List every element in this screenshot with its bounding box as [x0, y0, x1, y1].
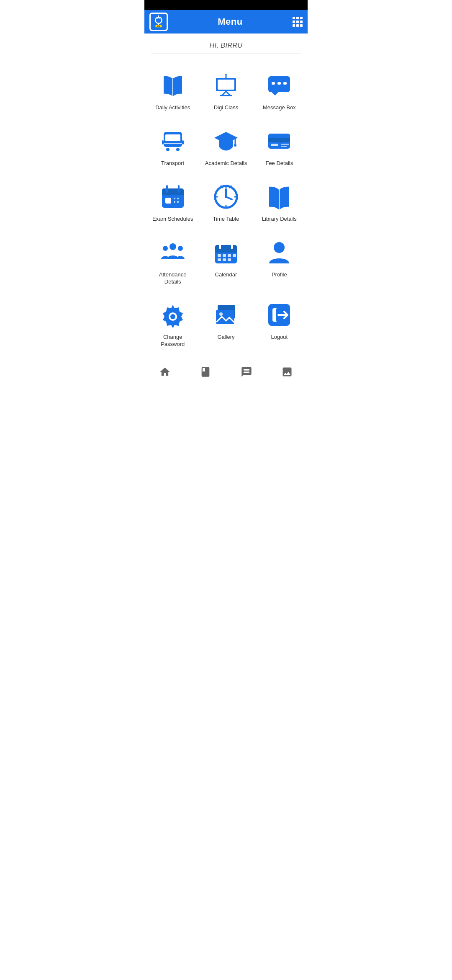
menu-label-change-password: Change Password: [151, 334, 194, 348]
menu-label-daily-activities: Daily Activities: [155, 104, 190, 111]
svg-rect-66: [233, 254, 236, 257]
graduation-icon: [211, 126, 241, 156]
gear-icon: [158, 300, 187, 330]
svg-rect-41: [177, 198, 179, 199]
clock-icon: [211, 182, 241, 211]
svg-rect-36: [162, 192, 184, 195]
greeting-divider: [151, 54, 301, 54]
bottom-book-icon: [200, 366, 211, 378]
svg-rect-43: [177, 201, 179, 203]
menu-label-library-details: Library Details: [262, 216, 297, 223]
menu-label-academic-details: Academic Details: [205, 160, 247, 167]
svg-rect-65: [228, 254, 231, 257]
svg-point-28: [234, 144, 236, 147]
svg-point-47: [225, 196, 227, 198]
menu-label-logout: Logout: [271, 334, 288, 341]
person-icon: [265, 238, 294, 267]
svg-marker-13: [224, 74, 228, 75]
menu-item-time-table[interactable]: Time Table: [201, 175, 251, 228]
message-icon: [265, 71, 294, 100]
logout-icon: [265, 300, 294, 330]
greeting-section: HI, BIRRU: [144, 34, 308, 57]
svg-rect-20: [165, 134, 180, 141]
svg-marker-18: [272, 92, 278, 95]
library-icon: [265, 182, 294, 211]
svg-rect-68: [223, 258, 226, 261]
svg-rect-16: [277, 82, 281, 85]
svg-rect-17: [283, 82, 287, 85]
bottom-image-icon: [281, 366, 293, 378]
svg-point-75: [219, 312, 223, 316]
svg-point-55: [170, 243, 176, 250]
menu-item-message-box[interactable]: Message Box: [254, 64, 304, 116]
menu-item-logout[interactable]: Logout: [254, 294, 304, 353]
svg-rect-67: [218, 258, 221, 261]
menu-item-profile[interactable]: Profile: [254, 231, 304, 291]
menu-label-time-table: Time Table: [213, 216, 239, 223]
menu-label-message-box: Message Box: [263, 104, 296, 111]
images-icon: [211, 300, 241, 330]
menu-label-transport: Transport: [161, 160, 184, 167]
calendar-event-icon: [158, 182, 187, 211]
home-icon: [159, 366, 171, 378]
svg-rect-42: [174, 201, 175, 203]
svg-rect-23: [162, 140, 164, 144]
grid-menu-icon[interactable]: [293, 17, 303, 27]
menu-item-library-details[interactable]: Library Details: [254, 175, 304, 228]
bottom-nav-gallery[interactable]: [267, 360, 308, 383]
bottom-navigation: [144, 360, 308, 383]
menu-item-exam-schedules[interactable]: Exam Schedules: [148, 175, 198, 228]
menu-item-change-password[interactable]: Change Password: [148, 294, 198, 353]
greeting-text: HI, BIRRU: [144, 42, 308, 49]
menu-item-digi-class[interactable]: Digi Class: [201, 64, 251, 116]
svg-rect-63: [218, 254, 221, 257]
app-header: CP Menu: [144, 10, 308, 34]
header-title: Menu: [218, 16, 242, 27]
svg-rect-30: [268, 138, 290, 142]
group-icon: [158, 238, 187, 267]
svg-point-22: [176, 147, 180, 152]
menu-label-profile: Profile: [272, 271, 287, 279]
svg-rect-69: [228, 258, 231, 261]
svg-rect-33: [281, 146, 287, 147]
card-icon: [265, 126, 294, 156]
menu-item-attendance-details[interactable]: Attendance Details: [148, 231, 198, 291]
svg-rect-64: [223, 254, 226, 257]
svg-text:CP: CP: [157, 26, 160, 28]
svg-rect-39: [165, 198, 171, 204]
book-icon: [158, 71, 187, 100]
svg-rect-31: [271, 144, 278, 146]
bottom-nav-home[interactable]: [144, 360, 185, 383]
svg-rect-74: [216, 310, 234, 324]
svg-point-70: [274, 242, 285, 253]
menu-label-gallery: Gallery: [217, 334, 234, 341]
svg-rect-40: [174, 198, 175, 199]
bottom-chat-icon: [241, 366, 252, 378]
menu-item-transport[interactable]: Transport: [148, 120, 198, 172]
menu-item-gallery[interactable]: Gallery: [201, 294, 251, 353]
svg-point-21: [166, 147, 170, 152]
bus-icon: [158, 126, 187, 156]
svg-rect-24: [182, 140, 184, 144]
menu-grid: Daily Activities Digi Class: [144, 57, 308, 360]
bottom-nav-messages[interactable]: [226, 360, 267, 383]
menu-item-daily-activities[interactable]: Daily Activities: [148, 64, 198, 116]
app-logo: CP: [149, 13, 168, 31]
bottom-nav-library[interactable]: [185, 360, 226, 383]
menu-label-digi-class: Digi Class: [214, 104, 239, 111]
menu-label-attendance-details: Attendance Details: [151, 271, 194, 286]
calendar-icon: [211, 238, 241, 267]
svg-point-57: [178, 246, 183, 251]
svg-rect-8: [218, 80, 234, 90]
svg-rect-15: [272, 82, 275, 85]
svg-point-56: [163, 246, 168, 251]
status-bar: [144, 0, 308, 10]
menu-item-academic-details[interactable]: Academic Details: [201, 120, 251, 172]
menu-label-exam-schedules: Exam Schedules: [152, 216, 193, 223]
menu-label-calendar: Calendar: [215, 271, 237, 279]
menu-item-calendar[interactable]: Calendar: [201, 231, 251, 291]
menu-item-fee-details[interactable]: Fee Details: [254, 120, 304, 172]
svg-point-72: [170, 314, 175, 319]
svg-rect-60: [215, 249, 237, 253]
projector-icon: [211, 71, 241, 100]
